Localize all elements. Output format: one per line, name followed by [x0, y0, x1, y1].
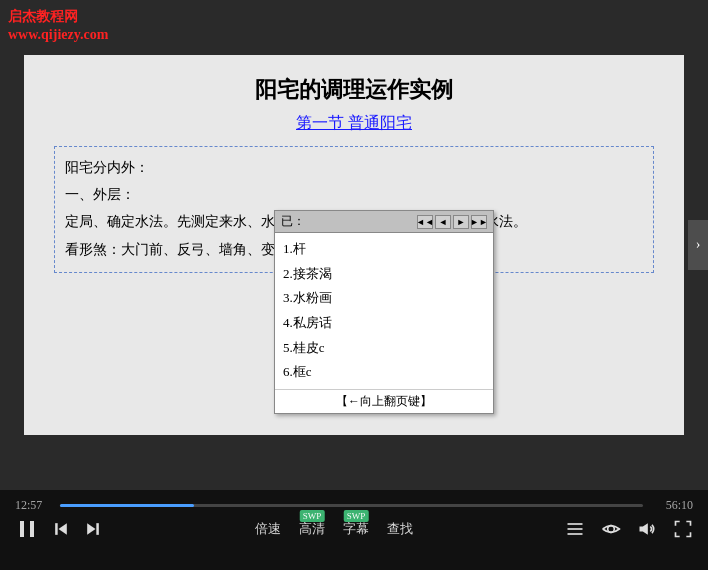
next-icon	[83, 519, 103, 539]
volume-icon	[637, 519, 657, 539]
watermark: 启杰教程网 www.qijiezy.com	[8, 8, 108, 44]
popup-item-6[interactable]: 6.框c	[283, 360, 485, 385]
svg-rect-3	[55, 523, 58, 535]
popup-nav-buttons[interactable]: ◄◄ ◄ ► ►►	[417, 215, 487, 229]
left-controls	[15, 517, 103, 541]
fullscreen-button[interactable]	[673, 519, 693, 539]
svg-rect-1	[30, 521, 34, 537]
svg-rect-5	[96, 523, 99, 535]
popup-item-5[interactable]: 5.桂皮c	[283, 336, 485, 361]
bottom-controls: 倍速 SWP 高清 SWP 字幕 查找	[15, 517, 693, 549]
center-controls: 倍速 SWP 高清 SWP 字幕 查找	[255, 520, 413, 538]
play-pause-button[interactable]	[15, 517, 39, 541]
popup-nav-next[interactable]: ►	[453, 215, 469, 229]
search-button[interactable]: 查找	[387, 520, 413, 538]
fullscreen-icon	[673, 519, 693, 539]
quality-badge: SWP	[300, 510, 325, 522]
slide-line-1: 阳宅分内外：	[65, 155, 643, 180]
progress-fill	[60, 504, 194, 507]
popup-nav-first[interactable]: ◄◄	[417, 215, 433, 229]
time-elapsed: 12:57	[15, 498, 50, 513]
subtitle-badge: SWP	[344, 510, 369, 522]
pause-icon	[15, 517, 39, 541]
watermark-line1: 启杰教程网	[8, 8, 108, 26]
list-icon	[565, 519, 585, 539]
volume-button[interactable]	[637, 519, 657, 539]
popup-header: 已： ◄◄ ◄ ► ►►	[275, 211, 493, 233]
popup-footer: 【←向上翻页键】	[275, 389, 493, 413]
eye-button[interactable]	[601, 519, 621, 539]
right-controls	[565, 519, 693, 539]
eye-icon	[601, 519, 621, 539]
prev-button[interactable]	[51, 519, 71, 539]
watermark-line2: www.qijiezy.com	[8, 26, 108, 44]
subtitle-button[interactable]: SWP 字幕	[343, 520, 369, 538]
popup-item-4[interactable]: 4.私房话	[283, 311, 485, 336]
popup-header-label: 已：	[281, 213, 305, 230]
slide-line-2: 一、外层：	[65, 182, 643, 207]
popup-items: 1.杆 2.接茶渴 3.水粉画 4.私房话 5.桂皮c 6.框c	[275, 233, 493, 389]
slide-content: 阳宅的调理运作实例 第一节 普通阳宅 阳宅分内外： 一、外层： 定局、确定水法。…	[24, 55, 684, 435]
popup-nav-prev[interactable]: ◄	[435, 215, 451, 229]
popup-item-3[interactable]: 3.水粉画	[283, 286, 485, 311]
next-slide-button[interactable]: ›	[688, 220, 708, 270]
popup-item-1[interactable]: 1.杆	[283, 237, 485, 262]
svg-rect-0	[20, 521, 24, 537]
svg-rect-6	[568, 523, 583, 525]
popup-item-2[interactable]: 2.接茶渴	[283, 262, 485, 287]
svg-marker-2	[59, 523, 67, 535]
quality-button[interactable]: SWP 高清	[299, 520, 325, 538]
popup-list[interactable]: 已： ◄◄ ◄ ► ►► 1.杆 2.接茶渴 3.水粉画 4.私房话 5.桂皮c…	[274, 210, 494, 414]
svg-marker-4	[87, 523, 95, 535]
popup-nav-last[interactable]: ►►	[471, 215, 487, 229]
svg-rect-8	[568, 533, 583, 535]
svg-marker-10	[640, 523, 648, 535]
svg-rect-7	[568, 528, 583, 530]
time-total: 56:10	[653, 498, 693, 513]
speed-button[interactable]: 倍速	[255, 520, 281, 538]
next-button[interactable]	[83, 519, 103, 539]
prev-icon	[51, 519, 71, 539]
slide-subtitle: 第一节 普通阳宅	[54, 113, 654, 134]
list-button[interactable]	[565, 519, 585, 539]
slide-title: 阳宅的调理运作实例	[54, 75, 654, 105]
video-area: 阳宅的调理运作实例 第一节 普通阳宅 阳宅分内外： 一、外层： 定局、确定水法。…	[0, 0, 708, 490]
progress-track[interactable]	[60, 504, 643, 507]
controls-bar: 12:57 56:10	[0, 490, 708, 570]
